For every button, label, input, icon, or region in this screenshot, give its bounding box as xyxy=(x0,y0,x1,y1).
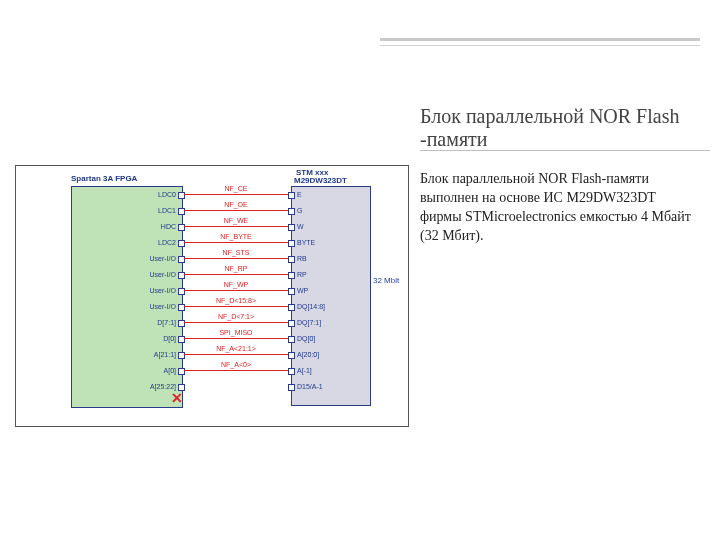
signal-label: NF_WE xyxy=(184,217,288,224)
signal-wire xyxy=(184,290,288,291)
signal-wire xyxy=(184,306,288,307)
signal-label: NF_D<15:8> xyxy=(184,297,288,304)
decorative-rule-top-thin xyxy=(380,45,700,46)
signal-label: NF_WP xyxy=(184,281,288,288)
fpga-pin-label: D[7:1] xyxy=(128,319,176,326)
no-connect-icon: ✕ xyxy=(171,390,183,406)
flash-pin-label: DQ[14:8] xyxy=(297,303,345,310)
flash-pin-label: RP xyxy=(297,271,345,278)
decorative-rule-top xyxy=(380,38,700,41)
fpga-pin-label: LDC1 xyxy=(128,207,176,214)
flash-pin xyxy=(288,208,295,215)
signal-wire xyxy=(184,258,288,259)
fpga-pin-label: User-I/O xyxy=(128,255,176,262)
signal-wire xyxy=(184,354,288,355)
fpga-label: Spartan 3A FPGA xyxy=(71,174,137,183)
fpga-pin-label: LDC0 xyxy=(128,191,176,198)
flash-pin xyxy=(288,304,295,311)
signal-wire xyxy=(184,338,288,339)
flash-pin-label: WP xyxy=(297,287,345,294)
block-diagram: Spartan 3A FPGA STM xxx M29DW323DT 32 Mb… xyxy=(16,166,408,426)
signal-wire xyxy=(184,242,288,243)
signal-wire xyxy=(184,370,288,371)
fpga-pin-label: User-I/O xyxy=(128,271,176,278)
flash-pin-label: DQ[7:1] xyxy=(297,319,345,326)
flash-pin xyxy=(288,336,295,343)
fpga-pin-label: LDC2 xyxy=(128,239,176,246)
fpga-pin-label: A[25:22] xyxy=(128,383,176,390)
signal-wire xyxy=(184,322,288,323)
signal-label: NF_A<21:1> xyxy=(184,345,288,352)
fpga-block xyxy=(71,186,183,408)
signal-label: NF_CE xyxy=(184,185,288,192)
flash-pin xyxy=(288,192,295,199)
flash-pin-label: W xyxy=(297,223,345,230)
flash-pin-label: BYTE xyxy=(297,239,345,246)
flash-pin xyxy=(288,256,295,263)
signal-wire xyxy=(184,210,288,211)
flash-label-2: M29DW323DT xyxy=(294,176,347,185)
flash-pin xyxy=(288,320,295,327)
title-underline xyxy=(420,150,710,151)
signal-label: NF_RP xyxy=(184,265,288,272)
flash-pin-label: E xyxy=(297,191,345,198)
flash-pin-label: A[-1] xyxy=(297,367,345,374)
signal-label: NF_OE xyxy=(184,201,288,208)
fpga-pin-label: HDC xyxy=(128,223,176,230)
fpga-pin-label: User-I/O xyxy=(128,287,176,294)
signal-wire xyxy=(184,226,288,227)
flash-pin xyxy=(288,288,295,295)
flash-pin xyxy=(288,368,295,375)
diagram-frame: Spartan 3A FPGA STM xxx M29DW323DT 32 Mb… xyxy=(15,165,409,427)
signal-label: NF_A<0> xyxy=(184,361,288,368)
fpga-pin-label: User-I/O xyxy=(128,303,176,310)
flash-pin-label: A[20:0] xyxy=(297,351,345,358)
signal-label: NF_D<7:1> xyxy=(184,313,288,320)
signal-label: NF_STS xyxy=(184,249,288,256)
flash-pin xyxy=(288,272,295,279)
fpga-pin-label: A[0] xyxy=(128,367,176,374)
flash-pin xyxy=(288,384,295,391)
body-text: Блок параллельной NOR Flash-памяти выпол… xyxy=(420,170,700,246)
flash-pin xyxy=(288,224,295,231)
slide-title: Блок параллельной NOR Flash -памяти xyxy=(420,105,710,151)
flash-capacity: 32 Mbit xyxy=(373,276,399,285)
flash-pin xyxy=(288,352,295,359)
signal-label: SPI_MISO xyxy=(184,329,288,336)
fpga-pin-label: D[0] xyxy=(128,335,176,342)
flash-pin-label: G xyxy=(297,207,345,214)
signal-wire xyxy=(184,274,288,275)
flash-pin-label: RB xyxy=(297,255,345,262)
flash-pin-label: DQ[0] xyxy=(297,335,345,342)
signal-label: NF_BYTE xyxy=(184,233,288,240)
fpga-pin-label: A[21:1] xyxy=(128,351,176,358)
flash-pin xyxy=(288,240,295,247)
signal-wire xyxy=(184,194,288,195)
flash-pin-label: D15/A-1 xyxy=(297,383,345,390)
